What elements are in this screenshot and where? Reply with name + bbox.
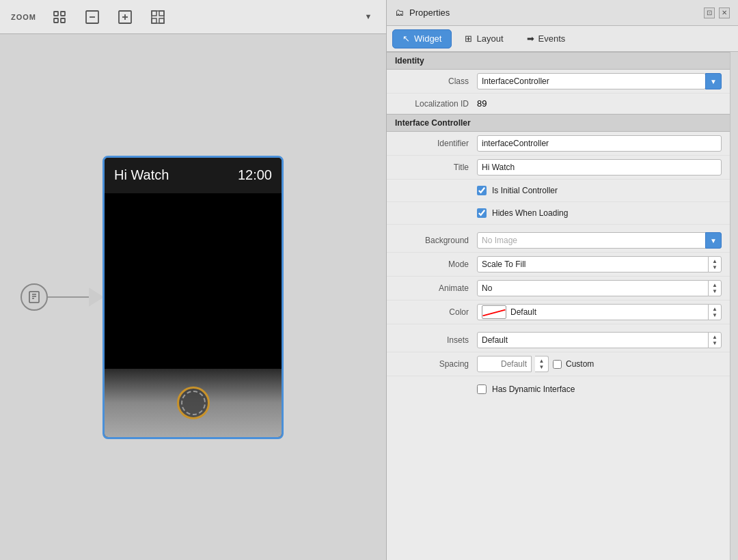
animate-row: Animate No ▲ ▼ — [387, 277, 730, 300]
properties-header: 🗂 Properties ⊡ ✕ — [387, 0, 738, 26]
watch-body — [105, 193, 282, 369]
title-value — [477, 159, 722, 176]
identifier-label: Identifier — [395, 139, 477, 148]
insets-value: Default ▲ ▼ — [477, 332, 722, 348]
insets-stepper-icon[interactable]: ▲ ▼ — [708, 332, 722, 348]
localization-label: Localization ID — [395, 99, 477, 109]
mode-label: Mode — [395, 260, 477, 269]
is-initial-checkbox-row: Is Initial Controller — [477, 183, 722, 198]
has-dynamic-value: Has Dynamic Interface — [477, 382, 722, 397]
class-row: Class InterfaceController ▼ — [387, 70, 730, 94]
hides-loading-checkbox[interactable] — [477, 208, 487, 218]
zoom-label: ZOOM — [11, 13, 36, 21]
tab-layout[interactable]: ⊞ Layout — [454, 29, 513, 48]
canvas-area: Hi Watch 12:00 — [0, 34, 386, 560]
watch-footer — [105, 369, 282, 437]
insets-select[interactable]: Default — [477, 332, 709, 348]
has-dynamic-label: Has Dynamic Interface — [492, 384, 575, 394]
color-row: Color Default ▲ ▼ — [387, 300, 730, 324]
color-value: Default ▲ ▼ — [477, 304, 722, 320]
insets-row: Insets Default ▲ ▼ — [387, 328, 730, 352]
spacing-input[interactable] — [477, 356, 532, 372]
spacing-label: Spacing — [395, 359, 477, 369]
class-select[interactable]: InterfaceController — [477, 73, 706, 89]
layout-tab-icon: ⊞ — [465, 33, 472, 44]
zoom-in-button[interactable] — [115, 8, 135, 27]
close-button[interactable]: ✕ — [719, 8, 730, 18]
localization-row: Localization ID 89 — [387, 94, 730, 114]
properties-title-text: Properties — [409, 8, 450, 18]
title-input[interactable] — [477, 159, 722, 176]
class-select-container: InterfaceController ▼ — [477, 73, 722, 89]
is-initial-value: Is Initial Controller — [477, 183, 722, 198]
hides-loading-value: Hides When Loading — [477, 206, 722, 221]
svg-rect-0 — [54, 12, 58, 16]
identifier-value — [477, 135, 722, 152]
identity-section-header: Identity — [387, 52, 730, 70]
animate-select[interactable]: No — [477, 280, 709, 296]
localization-id-text: 89 — [477, 98, 487, 109]
has-dynamic-checkbox[interactable] — [477, 384, 487, 394]
svg-rect-10 — [159, 11, 164, 16]
dashed-circle — [181, 391, 206, 415]
svg-rect-1 — [61, 12, 65, 16]
insets-label: Insets — [395, 335, 477, 345]
animate-stepper-icon[interactable]: ▲ ▼ — [708, 280, 722, 296]
background-input[interactable] — [477, 232, 706, 249]
watch-device: Hi Watch 12:00 — [102, 156, 284, 439]
background-select-container: ▼ — [477, 232, 722, 249]
canvas-panel: ZOOM — [0, 0, 386, 560]
identifier-row: Identifier — [387, 132, 730, 156]
spacing-row: Spacing ▲ ▼ Custom — [387, 352, 730, 376]
properties-icon: 🗂 — [395, 8, 404, 18]
spacing-stepper-icon[interactable]: ▲ ▼ — [535, 356, 549, 372]
has-dynamic-row: Has Dynamic Interface — [387, 376, 730, 402]
spacing-row-inner: ▲ ▼ Custom — [477, 356, 722, 372]
svg-rect-9 — [152, 11, 156, 16]
custom-checkbox-container: Custom — [553, 359, 594, 369]
grid-button[interactable] — [148, 8, 167, 27]
mode-select[interactable]: Scale To Fill — [477, 256, 709, 272]
mode-stepper-icon[interactable]: ▲ ▼ — [708, 256, 722, 272]
watch-header: Hi Watch 12:00 — [105, 158, 282, 193]
hides-loading-checkbox-label: Hides When Loading — [492, 208, 568, 218]
spacing-value: ▲ ▼ Custom — [477, 356, 722, 372]
scroll-bar[interactable] — [730, 52, 738, 560]
title-label: Title — [395, 163, 477, 172]
animate-select-container: No ▲ ▼ — [477, 280, 722, 296]
fit-screen-button[interactable] — [50, 8, 69, 27]
mode-value: Scale To Fill ▲ ▼ — [477, 256, 722, 272]
has-dynamic-checkbox-row: Has Dynamic Interface — [477, 382, 722, 397]
dropdown-arrow-icon[interactable]: ▼ — [361, 10, 375, 23]
svg-rect-2 — [54, 18, 58, 23]
class-label: Class — [395, 76, 477, 86]
svg-rect-12 — [159, 18, 164, 23]
class-dropdown-arrow-icon[interactable]: ▼ — [705, 73, 722, 89]
background-row: Background ▼ — [387, 229, 730, 253]
events-tab-label: Events — [538, 33, 566, 44]
custom-checkbox[interactable] — [553, 360, 562, 369]
watch-time-text: 12:00 — [238, 167, 272, 183]
properties-panel: 🗂 Properties ⊡ ✕ ↖ Widget ⊞ Layout ➡ Eve… — [386, 0, 738, 560]
color-stepper-icon[interactable]: ▲ ▼ — [708, 304, 722, 320]
background-dropdown-arrow-icon[interactable]: ▼ — [705, 232, 722, 249]
localization-value: 89 — [477, 98, 722, 109]
watch-button-icon[interactable] — [177, 387, 210, 419]
arrow-line — [48, 288, 104, 307]
mode-row: Mode Scale To Fill ▲ ▼ — [387, 253, 730, 277]
color-swatch[interactable] — [482, 305, 506, 319]
svg-rect-3 — [61, 18, 65, 23]
restore-button[interactable]: ⊡ — [704, 8, 715, 18]
is-initial-checkbox-label: Is Initial Controller — [492, 186, 558, 195]
properties-title: 🗂 Properties — [395, 8, 450, 18]
tab-widget[interactable]: ↖ Widget — [392, 29, 452, 48]
zoom-out-button[interactable] — [83, 8, 102, 27]
svg-rect-14 — [29, 292, 39, 303]
widget-tab-icon: ↖ — [402, 33, 410, 44]
identifier-input[interactable] — [477, 135, 722, 152]
is-initial-checkbox[interactable] — [477, 186, 487, 195]
tab-events[interactable]: ➡ Events — [517, 29, 576, 48]
widget-tab-label: Widget — [414, 33, 441, 44]
insets-select-container: Default ▲ ▼ — [477, 332, 722, 348]
color-row-inner: Default — [477, 304, 709, 320]
